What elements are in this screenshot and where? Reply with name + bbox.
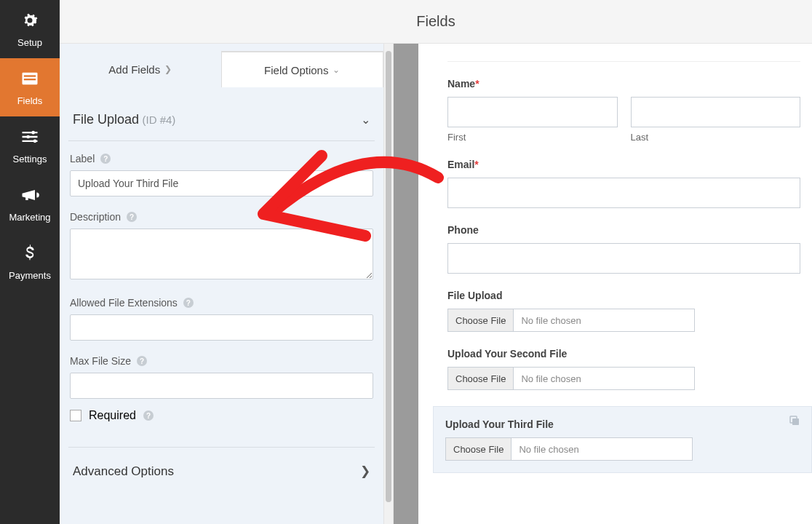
- label-input[interactable]: [70, 170, 373, 196]
- tab-add-fields[interactable]: Add Fields ❯: [60, 51, 221, 87]
- page-title: Fields: [416, 13, 455, 30]
- sidebar-item-label: Setup: [17, 37, 42, 48]
- workarea: Add Fields ❯ Field Options ⌄ File Upload…: [60, 44, 812, 524]
- editor-scrollbar[interactable]: [383, 44, 394, 524]
- chevron-right-icon: ❯: [360, 464, 370, 479]
- allowed-ext-caption: Allowed File Extensions: [70, 297, 178, 309]
- dollar-icon: [20, 243, 40, 266]
- preview-file1-field: File Upload Choose File No file chosen: [447, 290, 800, 332]
- max-size-input[interactable]: [70, 373, 373, 399]
- chevron-down-icon: ⌄: [361, 113, 370, 127]
- preview-name-field: Name* First Last: [447, 78, 800, 143]
- description-input[interactable]: [70, 229, 373, 279]
- tab-label: Add Fields: [108, 63, 160, 76]
- chevron-down-icon: ⌄: [333, 65, 340, 75]
- preview-file3-field-selected[interactable]: Upload Your Third File Choose File No fi…: [433, 406, 812, 473]
- email-input[interactable]: [447, 178, 800, 208]
- max-size-row: Max File Size ?: [68, 344, 375, 402]
- help-icon[interactable]: ?: [143, 410, 154, 421]
- editor-tabs: Add Fields ❯ Field Options ⌄: [60, 51, 383, 87]
- required-caption: Required: [89, 409, 136, 422]
- preview-phone-field: Phone: [447, 224, 800, 274]
- gear-icon: [20, 10, 40, 33]
- options-body: File Upload (ID #4) ⌄ Label ? Descriptio…: [60, 87, 383, 524]
- required-asterisk: *: [474, 159, 478, 170]
- field-label: Phone: [447, 224, 800, 236]
- sidebar-item-label: Marketing: [9, 212, 50, 223]
- panel-title-row[interactable]: File Upload (ID #4) ⌄: [68, 95, 375, 141]
- no-file-text: No file chosen: [514, 373, 588, 384]
- help-icon[interactable]: ?: [100, 154, 111, 164]
- duplicate-icon[interactable]: [788, 414, 801, 430]
- field-label: Name: [447, 78, 475, 90]
- help-icon[interactable]: ?: [127, 212, 137, 222]
- advanced-options-row[interactable]: Advanced Options ❯: [68, 447, 375, 492]
- svg-rect-6: [792, 418, 799, 425]
- no-file-text: No file chosen: [514, 315, 588, 326]
- file-input-2[interactable]: Choose File No file chosen: [447, 367, 695, 390]
- svg-point-3: [31, 131, 35, 135]
- description-row: Description ?: [68, 199, 375, 285]
- main-sidebar: Setup Fields Settings Marketing Payments: [0, 0, 60, 524]
- choose-file-button[interactable]: Choose File: [446, 438, 512, 460]
- sidebar-item-marketing[interactable]: Marketing: [0, 175, 60, 233]
- required-row: Required ?: [68, 402, 375, 425]
- field-type-title: File Upload: [73, 112, 139, 127]
- field-label: Email: [447, 159, 474, 170]
- chevron-right-icon: ❯: [164, 64, 172, 74]
- field-id: (ID #4): [143, 114, 176, 126]
- workspace: Fields Add Fields ❯ Field Options ⌄ File…: [60, 0, 812, 524]
- last-name-input[interactable]: [631, 97, 801, 127]
- choose-file-button[interactable]: Choose File: [448, 368, 514, 389]
- preview-file2-field: Upload Your Second File Choose File No f…: [447, 348, 800, 390]
- help-icon[interactable]: ?: [183, 298, 194, 308]
- allowed-ext-row: Allowed File Extensions ?: [68, 285, 375, 344]
- preview-email-field: Email*: [447, 159, 800, 208]
- svg-point-4: [26, 135, 30, 139]
- editor-panel: Add Fields ❯ Field Options ⌄ File Upload…: [60, 44, 383, 524]
- help-icon[interactable]: ?: [137, 356, 147, 366]
- separator-column: [394, 44, 418, 524]
- last-sublabel: Last: [631, 132, 801, 143]
- max-size-caption: Max File Size: [70, 355, 131, 367]
- tab-label: Field Options: [264, 64, 328, 76]
- file-input-3[interactable]: Choose File No file chosen: [445, 437, 693, 461]
- sliders-icon: [20, 127, 40, 149]
- required-asterisk: *: [475, 78, 479, 90]
- preview-divider: [447, 61, 800, 62]
- description-caption: Description: [70, 211, 121, 223]
- field-label: Upload Your Third File: [445, 418, 800, 430]
- first-name-input[interactable]: [447, 97, 618, 127]
- file-input-1[interactable]: Choose File No file chosen: [447, 309, 695, 332]
- no-file-text: No file chosen: [512, 444, 586, 455]
- first-sublabel: First: [447, 132, 618, 143]
- tab-field-options[interactable]: Field Options ⌄: [221, 51, 384, 87]
- required-checkbox[interactable]: [70, 410, 81, 421]
- allowed-ext-input[interactable]: [70, 314, 373, 341]
- sidebar-item-settings[interactable]: Settings: [0, 116, 60, 175]
- sidebar-item-payments[interactable]: Payments: [0, 233, 60, 291]
- page-title-header: Fields: [60, 0, 812, 44]
- field-label: File Upload: [447, 290, 800, 301]
- sidebar-item-label: Payments: [9, 270, 51, 281]
- label-row: Label ?: [68, 141, 375, 199]
- sidebar-item-setup[interactable]: Setup: [0, 0, 60, 58]
- field-label: Upload Your Second File: [447, 348, 800, 360]
- sidebar-item-label: Settings: [13, 154, 47, 164]
- svg-rect-2: [24, 79, 36, 80]
- label-caption: Label: [70, 153, 95, 164]
- sidebar-item-fields[interactable]: Fields: [0, 58, 60, 116]
- scrollbar-thumb[interactable]: [386, 51, 391, 502]
- svg-rect-1: [24, 75, 36, 76]
- sidebar-item-label: Fields: [17, 95, 43, 106]
- choose-file-button[interactable]: Choose File: [448, 309, 514, 331]
- form-preview: Name* First Last Email*: [418, 44, 812, 524]
- bullhorn-icon: [20, 185, 40, 207]
- svg-point-5: [33, 140, 37, 143]
- form-icon: [20, 68, 40, 91]
- phone-input[interactable]: [447, 243, 800, 274]
- advanced-caption: Advanced Options: [73, 464, 174, 479]
